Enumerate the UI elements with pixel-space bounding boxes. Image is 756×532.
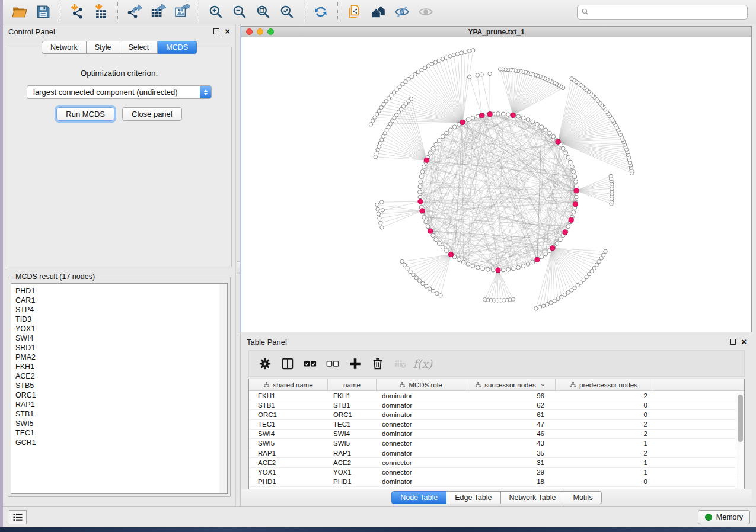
table-row[interactable]: ACE2ACE2connector311 — [249, 458, 744, 467]
hide-selected-button[interactable] — [390, 2, 414, 21]
import-network-button[interactable] — [65, 2, 89, 21]
tab-select[interactable]: Select — [120, 41, 158, 54]
table-row[interactable]: SWI5SWI5connector431 — [249, 439, 744, 448]
close-panel-icon[interactable]: × — [225, 28, 230, 34]
show-all-button[interactable] — [414, 2, 438, 21]
export-network-button[interactable] — [123, 2, 146, 21]
tab-mcds[interactable]: MCDS — [158, 41, 197, 54]
mcds-result-item[interactable]: TID3 — [15, 315, 227, 324]
tab-network[interactable]: Network — [42, 41, 87, 54]
column-header-shared-name[interactable]: shared name — [249, 379, 328, 390]
dominator-node[interactable] — [479, 113, 484, 118]
tab-node-table[interactable]: Node Table — [391, 491, 446, 504]
network-graph[interactable] — [241, 37, 751, 332]
dominator-node[interactable] — [556, 139, 560, 144]
search-box[interactable] — [577, 5, 748, 20]
table-row[interactable]: SWI4SWI4dominator462 — [249, 430, 744, 439]
float-panel-icon[interactable] — [213, 28, 219, 34]
dominator-node[interactable] — [563, 230, 567, 235]
cell: connector — [377, 420, 465, 429]
close-table-panel-icon[interactable]: × — [741, 339, 747, 345]
dominator-node[interactable] — [550, 246, 555, 251]
split-panel-button[interactable] — [276, 354, 299, 374]
dominator-node[interactable] — [574, 188, 579, 193]
deselect-all-checkboxes-button[interactable] — [321, 354, 344, 374]
mcds-result-item[interactable]: GCR1 — [15, 438, 227, 447]
column-header-predecessor-nodes[interactable]: predecessor nodes — [556, 379, 652, 390]
dominator-node[interactable] — [569, 217, 573, 222]
import-table-button[interactable] — [89, 2, 113, 21]
splitter-handle-icon[interactable] — [237, 261, 240, 274]
table-scrollbar-thumb[interactable] — [738, 395, 743, 442]
dominator-node[interactable] — [487, 112, 492, 117]
criterion-select[interactable]: largest connected component (undirected) — [27, 85, 212, 99]
dominator-node[interactable] — [428, 229, 433, 233]
tab-style[interactable]: Style — [87, 41, 120, 54]
zoom-selected-button[interactable] — [275, 2, 299, 21]
dominator-node[interactable] — [511, 113, 515, 117]
mcds-result-item[interactable]: FKH1 — [15, 362, 227, 371]
mcds-list-scrollbar[interactable] — [219, 284, 227, 493]
table-row[interactable]: STB1STB1dominator620 — [249, 400, 744, 410]
dominator-node[interactable] — [496, 268, 500, 273]
add-column-button[interactable] — [344, 354, 366, 374]
tab-network-table[interactable]: Network Table — [501, 491, 565, 504]
table-row[interactable]: PHD1PHD1dominator180 — [249, 477, 744, 487]
table-row[interactable]: TEC1TEC1connector472 — [249, 420, 744, 430]
mcds-result-item[interactable]: PMA2 — [15, 352, 227, 362]
zoom-out-button[interactable] — [228, 2, 251, 21]
dominator-node[interactable] — [418, 199, 423, 204]
mcds-result-item[interactable]: TEC1 — [15, 428, 227, 438]
table-row[interactable]: ORC1ORC1dominator610 — [249, 410, 744, 419]
table-row[interactable]: FKH1FKH1dominator962 — [249, 391, 744, 400]
column-header-successor-nodes[interactable]: successor nodes — [465, 379, 556, 390]
mcds-result-item[interactable]: SWI4 — [15, 334, 227, 343]
mcds-result-item[interactable]: RAP1 — [15, 400, 227, 409]
table-row[interactable]: RAP1RAP1dominator352 — [249, 448, 744, 458]
save-session-button[interactable] — [31, 2, 55, 21]
dominator-node[interactable] — [424, 158, 429, 162]
mcds-result-item[interactable]: CAR1 — [15, 296, 227, 305]
tab-edge-table[interactable]: Edge Table — [446, 491, 500, 504]
table-scrollbar[interactable] — [736, 392, 744, 489]
dominator-node[interactable] — [460, 120, 465, 124]
tab-motifs[interactable]: Motifs — [564, 491, 601, 504]
run-mcds-button[interactable]: Run MCDS — [56, 107, 114, 121]
export-image-button[interactable] — [170, 2, 194, 21]
mcds-result-item[interactable]: ACE2 — [15, 371, 227, 381]
mcds-result-item[interactable]: PHD1 — [15, 286, 227, 296]
dominator-node[interactable] — [573, 202, 578, 207]
column-header-MCDS-role[interactable]: MCDS role — [377, 379, 465, 390]
mcds-result-item[interactable]: STB5 — [15, 381, 227, 390]
mcds-result-list[interactable]: PHD1CAR1STP4TID3YOX1SWI4SRD1PMA2FKH1ACE2… — [11, 283, 228, 494]
dominator-node[interactable] — [535, 257, 540, 262]
network-overview-button[interactable] — [366, 2, 390, 21]
export-table-button[interactable] — [146, 2, 170, 21]
mcds-result-item[interactable]: STB1 — [15, 409, 227, 419]
dominator-node[interactable] — [420, 209, 425, 213]
mcds-result-item[interactable]: STP4 — [15, 305, 227, 315]
zoom-in-button[interactable] — [204, 2, 228, 21]
mcds-result-item[interactable]: ORC1 — [15, 390, 227, 400]
float-table-panel-icon[interactable] — [730, 339, 736, 345]
panel-splitter[interactable] — [235, 24, 241, 506]
network-window-titlebar[interactable]: YPA_prune.txt_1 — [241, 27, 751, 37]
mcds-result-item[interactable]: SRD1 — [15, 343, 227, 352]
refresh-layout-button[interactable] — [309, 2, 333, 21]
mcds-result-item[interactable]: YOX1 — [15, 324, 227, 334]
dominator-node[interactable] — [448, 252, 453, 257]
table-row[interactable]: YOX1YOX1connector291 — [249, 468, 744, 477]
memory-button[interactable]: Memory — [698, 510, 750, 524]
column-settings-button[interactable] — [254, 354, 276, 374]
close-panel-button[interactable]: Close panel — [122, 107, 182, 121]
zoom-fit-button[interactable] — [251, 2, 275, 21]
mcds-result-item[interactable]: SWI5 — [15, 419, 227, 428]
task-history-button[interactable] — [9, 510, 27, 524]
search-input[interactable] — [592, 8, 744, 16]
network-canvas[interactable] — [241, 37, 751, 332]
select-all-checkboxes-button[interactable] — [299, 354, 321, 374]
clone-network-button[interactable] — [343, 2, 366, 21]
delete-column-button[interactable] — [366, 354, 389, 374]
column-header-name[interactable]: name — [328, 379, 377, 390]
open-file-button[interactable] — [8, 2, 31, 21]
